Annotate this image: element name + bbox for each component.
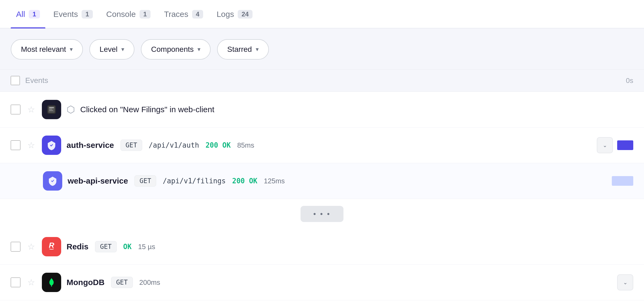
method-badge: GET — [95, 241, 117, 252]
service-icon-mongodb — [42, 273, 61, 292]
method-badge: GET — [134, 175, 156, 187]
filter-bar: Most relevant ▾ Level ▾ Components ▾ Sta… — [0, 28, 644, 69]
tab-events-badge: 1 — [82, 10, 93, 19]
star-icon[interactable]: ☆ — [26, 277, 36, 288]
service-name: auth-service — [67, 141, 114, 150]
tab-console-label: Console — [106, 10, 136, 19]
tab-traces-badge: 4 — [192, 10, 203, 19]
list-item: ☆ R Redis GET OK 15 µs — [0, 229, 644, 265]
event-text: Clicked on "New Filings" in web-client — [80, 105, 214, 114]
tab-console[interactable]: Console 1 — [101, 0, 156, 28]
duration-text: 85ms — [237, 141, 254, 150]
tab-events[interactable]: Events 1 — [48, 0, 98, 28]
service-name: MongoDB — [67, 278, 105, 287]
star-icon[interactable]: ☆ — [26, 104, 36, 115]
service-icon-redis: R — [42, 237, 61, 256]
path-text: /api/v1/auth — [149, 141, 199, 149]
expand-button[interactable]: ⌄ — [597, 137, 613, 153]
row-content: Clicked on "New Filings" in web-client — [80, 105, 633, 114]
service-name: Redis — [67, 242, 89, 251]
list-item: web-api-service GET /api/v1/filings 200 … — [0, 163, 644, 199]
timeline-area: ⌄ — [617, 274, 633, 290]
star-icon[interactable]: ☆ — [26, 140, 36, 151]
timeline-bar — [612, 176, 633, 186]
list-item: ☆ ⬡ Clicked on "New Filings" in web-clie… — [0, 92, 644, 128]
row-content: auth-service GET /api/v1/auth 200 OK 85m… — [67, 140, 633, 151]
tab-logs[interactable]: Logs 24 — [211, 0, 258, 28]
tab-traces-label: Traces — [164, 10, 188, 19]
duration-text: 125ms — [264, 177, 285, 185]
tab-all-label: All — [16, 10, 25, 19]
filter-level-label: Level — [100, 45, 118, 54]
filter-relevance[interactable]: Most relevant ▾ — [11, 39, 83, 60]
svg-rect-3 — [49, 109, 52, 110]
chevron-down-icon: ▾ — [121, 46, 124, 53]
path-text: /api/v1/filings — [163, 177, 226, 185]
tab-all[interactable]: All 1 — [11, 0, 45, 28]
filter-starred[interactable]: Starred ▾ — [217, 39, 269, 60]
filter-components[interactable]: Components ▾ — [141, 39, 211, 60]
tab-console-badge: 1 — [140, 10, 151, 19]
duration-text: 15 µs — [138, 243, 155, 251]
svg-text:R: R — [49, 241, 54, 249]
row-checkbox[interactable] — [11, 278, 20, 287]
event-list: ☆ ⬡ Clicked on "New Filings" in web-clie… — [0, 92, 644, 306]
timeline-area: ⌄ — [597, 137, 633, 153]
section-select-all[interactable] — [11, 76, 20, 85]
tab-traces[interactable]: Traces 4 — [159, 0, 208, 28]
row-content: Redis GET OK 15 µs — [67, 241, 633, 252]
section-label: Events — [25, 76, 48, 85]
svg-rect-4 — [49, 110, 53, 111]
method-badge: GET — [111, 277, 133, 288]
status-badge: 200 OK — [232, 177, 257, 185]
section-header: Events 0s — [0, 69, 644, 92]
row-checkbox[interactable] — [11, 140, 20, 150]
tab-all-badge: 1 — [29, 10, 40, 19]
status-badge: 200 OK — [206, 141, 231, 149]
cursor-icon: ⬡ — [67, 104, 75, 115]
tab-logs-label: Logs — [217, 10, 234, 19]
expand-button[interactable]: ⌄ — [617, 274, 633, 290]
chevron-down-icon: ▾ — [197, 46, 200, 53]
timeline-bar — [617, 140, 633, 150]
service-icon-auth — [42, 136, 61, 155]
more-button[interactable]: • • • — [301, 206, 343, 222]
filter-relevance-label: Most relevant — [21, 45, 66, 54]
service-icon-webapi — [43, 171, 62, 191]
row-content: web-api-service GET /api/v1/filings 200 … — [68, 175, 633, 187]
row-content: MongoDB GET 200ms — [67, 277, 633, 288]
row-checkbox[interactable] — [11, 242, 20, 252]
method-badge: GET — [120, 140, 142, 151]
filter-starred-label: Starred — [227, 45, 252, 54]
list-item: ☆ R [MongoDB] Error: failed to connect t… — [0, 300, 644, 306]
svg-rect-6 — [51, 284, 52, 287]
chevron-down-icon: ▾ — [70, 46, 73, 53]
list-item: ☆ MongoDB GET 200ms ⌄ — [0, 265, 644, 300]
section-time: 0s — [626, 76, 633, 85]
star-icon[interactable]: ☆ — [26, 241, 36, 252]
chevron-down-icon: ▾ — [256, 46, 259, 53]
tab-logs-badge: 24 — [238, 10, 253, 19]
service-icon-webclient — [42, 100, 61, 119]
timeline-area — [612, 176, 633, 186]
main-container: All 1 Events 1 Console 1 Traces 4 Logs 2… — [0, 0, 644, 306]
more-items-row: • • • — [0, 199, 644, 229]
filter-level[interactable]: Level ▾ — [89, 39, 134, 60]
duration-text: 200ms — [139, 278, 160, 287]
row-checkbox[interactable] — [11, 105, 20, 114]
tab-bar: All 1 Events 1 Console 1 Traces 4 Logs 2… — [0, 0, 644, 28]
status-badge: OK — [123, 243, 131, 251]
svg-rect-2 — [49, 107, 54, 108]
filter-components-label: Components — [151, 45, 194, 54]
service-name: web-api-service — [68, 176, 128, 185]
list-item: ☆ auth-service GET /api/v1/auth 200 OK 8… — [0, 128, 644, 163]
tab-events-label: Events — [53, 10, 78, 19]
